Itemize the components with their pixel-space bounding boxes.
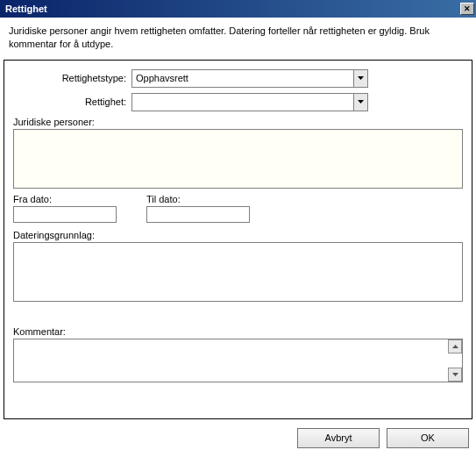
row-rettighetstype: Rettighetstype: xyxy=(13,69,463,88)
col-fra-dato: Fra dato: xyxy=(13,194,117,223)
dates-row: Fra dato: Til dato: xyxy=(13,194,463,223)
chevron-down-icon xyxy=(358,100,364,104)
scroll-down-button[interactable] xyxy=(448,368,462,382)
input-rettighetstype[interactable] xyxy=(131,69,353,88)
ok-button[interactable]: OK xyxy=(387,428,469,448)
window-title: Rettighet xyxy=(5,4,460,14)
combo-rettighet[interactable] xyxy=(131,93,368,111)
svg-marker-1 xyxy=(358,100,364,104)
title-bar: Rettighet ✕ xyxy=(0,0,476,18)
svg-marker-3 xyxy=(452,373,458,376)
kommentar-container xyxy=(13,339,463,382)
input-fra-dato[interactable] xyxy=(13,206,117,223)
label-kommentar: Kommentar: xyxy=(13,326,463,337)
form-panel: Rettighetstype: Rettighet: Juridiske per… xyxy=(4,60,472,419)
label-rettighetstype: Rettighetstype: xyxy=(13,73,131,83)
row-rettighet: Rettighet: xyxy=(13,93,463,111)
textarea-kommentar[interactable] xyxy=(14,339,447,382)
dropdown-rettighet[interactable] xyxy=(353,93,368,111)
input-til-dato[interactable] xyxy=(146,206,250,223)
label-fra-dato: Fra dato: xyxy=(13,194,117,204)
footer-buttons: Avbryt OK xyxy=(0,423,476,450)
cancel-button[interactable]: Avbryt xyxy=(297,428,380,448)
scroll-up-button[interactable] xyxy=(448,339,462,354)
close-button[interactable]: ✕ xyxy=(460,3,474,15)
close-icon: ✕ xyxy=(464,5,471,13)
label-rettighet: Rettighet: xyxy=(13,96,131,107)
label-grunnlag: Dateringsgrunnlag: xyxy=(13,230,463,240)
textarea-juridiske[interactable] xyxy=(13,129,463,189)
input-rettighet[interactable] xyxy=(131,93,353,111)
textarea-grunnlag[interactable] xyxy=(13,242,463,302)
chevron-down-icon xyxy=(358,76,364,80)
label-til-dato: Til dato: xyxy=(146,194,250,204)
description-text: Juridiske personer angir hvem rettighete… xyxy=(0,18,476,60)
dropdown-rettighetstype[interactable] xyxy=(353,69,368,88)
col-til-dato: Til dato: xyxy=(146,194,250,223)
chevron-down-icon xyxy=(452,373,458,376)
chevron-up-icon xyxy=(452,345,458,348)
svg-marker-0 xyxy=(358,76,364,80)
label-juridiske: Juridiske personer: xyxy=(13,117,463,127)
combo-rettighetstype[interactable] xyxy=(131,69,368,88)
svg-marker-2 xyxy=(452,345,458,348)
